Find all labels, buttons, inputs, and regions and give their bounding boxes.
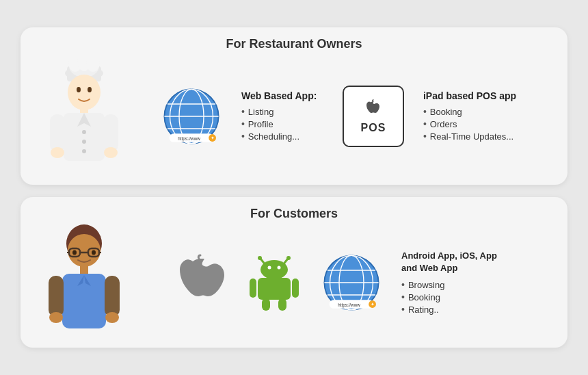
svg-rect-16 (50, 114, 65, 152)
svg-point-19 (104, 147, 118, 158)
customers-card: For Customers (21, 197, 567, 348)
svg-point-37 (72, 250, 77, 255)
ipad-app-item-updates: Real-Time Updates... (423, 130, 516, 142)
card2-title: For Customers (250, 207, 338, 221)
customer-avatar-area (40, 204, 129, 341)
web-app-block: Web Based App: Listing Profile Schedulin… (241, 90, 323, 142)
svg-point-6 (68, 75, 101, 110)
ipad-app-item-orders: Orders (423, 118, 516, 130)
svg-text:https://www: https://www (338, 302, 360, 308)
android-icon (247, 252, 302, 313)
app-item-rating: Rating.. (401, 303, 504, 315)
web-app-item-scheduling: Scheduling... (241, 130, 323, 142)
svg-text:✦: ✦ (371, 301, 375, 307)
chef-icon (43, 38, 125, 174)
ipad-app-list: Booking Orders Real-Time Updates... (423, 105, 516, 142)
card1-content: https://www ✦ Web Based App: Listing Pro… (129, 86, 548, 147)
svg-rect-39 (80, 266, 88, 275)
web-app-item-listing: Listing (241, 105, 323, 118)
svg-point-14 (82, 140, 86, 144)
app-block: Android App, iOS, App and Web App Browsi… (401, 250, 504, 315)
restaurant-owners-card: For Restaurant Owners (21, 27, 567, 185)
svg-rect-44 (105, 276, 120, 317)
svg-point-38 (92, 250, 96, 255)
svg-rect-56 (292, 279, 299, 298)
pos-label: POS (361, 122, 386, 134)
svg-point-7 (77, 87, 81, 92)
app-item-browsing: Browsing (401, 279, 504, 291)
svg-point-46 (105, 312, 119, 323)
svg-point-8 (88, 87, 92, 92)
card1-title: For Restaurant Owners (226, 37, 362, 51)
svg-text:✦: ✦ (211, 135, 215, 141)
app-list: Browsing Booking Rating.. (401, 279, 504, 315)
svg-rect-54 (258, 278, 291, 300)
customer-icon (43, 204, 125, 341)
svg-rect-58 (278, 298, 286, 311)
svg-text:https://www: https://www (178, 136, 200, 142)
app-heading: Android App, iOS, App and Web App (401, 250, 504, 274)
ipad-app-block: iPad based POS app Booking Orders Real-T… (423, 90, 516, 142)
svg-point-49 (258, 256, 262, 260)
web-app-heading: Web Based App: (241, 90, 323, 101)
svg-point-53 (278, 266, 281, 270)
svg-point-18 (51, 147, 64, 158)
pos-app-box: POS (343, 86, 404, 147)
svg-rect-43 (49, 276, 64, 317)
card2-content: https://www ✦ Android App, iOS, App and … (129, 250, 548, 315)
svg-point-51 (260, 260, 288, 279)
globe-icon-2: https://www ✦ (321, 252, 382, 313)
globe-icon-1: https://www ✦ (161, 86, 222, 147)
ipad-app-item-booking: Booking (423, 105, 516, 118)
apple-large-icon (173, 252, 228, 313)
svg-rect-57 (262, 298, 270, 311)
svg-point-5 (86, 53, 100, 72)
svg-point-13 (82, 130, 86, 134)
svg-point-52 (268, 266, 271, 270)
svg-rect-17 (103, 114, 118, 152)
svg-rect-40 (62, 274, 106, 328)
apple-logo-icon (363, 99, 384, 119)
svg-point-50 (286, 256, 291, 260)
svg-point-15 (82, 149, 86, 153)
web-app-list: Listing Profile Scheduling... (241, 105, 323, 142)
svg-point-45 (49, 312, 63, 323)
svg-rect-55 (250, 279, 256, 298)
app-item-booking: Booking (401, 291, 504, 303)
ipad-app-heading: iPad based POS app (423, 90, 516, 101)
web-app-item-profile: Profile (241, 118, 323, 130)
chef-avatar-area (40, 38, 129, 174)
